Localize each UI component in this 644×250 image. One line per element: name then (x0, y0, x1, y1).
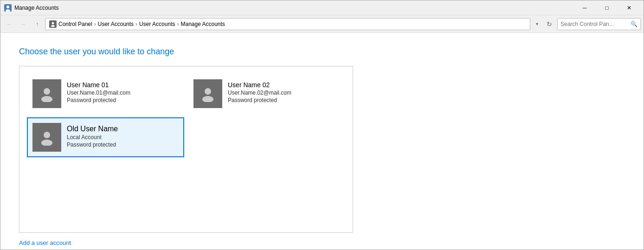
account-name-olduser: Old User Name (67, 125, 118, 133)
account-info-olduser: Old User Name Local Account Password pro… (67, 123, 118, 148)
svg-point-5 (44, 88, 50, 95)
account-name-user01: User Name 01 (67, 81, 130, 89)
account-email-olduser: Local Account (67, 134, 118, 141)
account-status-user02: Password protected (228, 97, 291, 103)
account-card-user01[interactable]: User Name 01 User.Name.01@mail.com Passw… (27, 74, 184, 114)
search-icon: 🔍 (631, 21, 638, 27)
path-segment-2: User Accounts (98, 21, 134, 27)
search-input[interactable] (560, 21, 631, 27)
account-email-user02: User.Name.02@mail.com (228, 90, 291, 96)
account-status-user01: Password protected (67, 97, 130, 103)
svg-point-7 (205, 88, 211, 95)
path-sep-1: › (94, 21, 96, 27)
address-path[interactable]: Control Panel › User Accounts › User Acc… (45, 18, 530, 30)
content-area: Choose the user you would like to change… (0, 33, 644, 250)
search-box: 🔍 (557, 18, 641, 30)
page-title: Choose the user you would like to change (19, 47, 625, 57)
account-avatar-user01 (32, 79, 61, 108)
svg-point-4 (51, 25, 55, 27)
window-icon (4, 4, 12, 12)
accounts-container: User Name 01 User.Name.01@mail.com Passw… (19, 66, 353, 233)
account-info-user02: User Name 02 User.Name.02@mail.com Passw… (228, 79, 291, 103)
forward-button[interactable]: → (17, 18, 29, 30)
account-status-olduser: Password protected (67, 141, 118, 148)
window-controls: ─ □ ✕ (574, 0, 640, 15)
add-account-link[interactable]: Add a user account (19, 239, 71, 246)
svg-point-1 (6, 6, 9, 8)
svg-point-6 (41, 96, 52, 102)
address-dropdown-button[interactable]: ▾ (532, 18, 541, 30)
path-segment-4: Manage Accounts (180, 21, 225, 27)
svg-point-9 (44, 132, 50, 138)
close-button[interactable]: ✕ (618, 0, 640, 15)
account-card-user02[interactable]: User Name 02 User.Name.02@mail.com Passw… (188, 74, 345, 114)
back-button[interactable]: ← (3, 18, 15, 30)
path-icon (49, 20, 57, 28)
account-email-user01: User.Name.01@mail.com (67, 90, 130, 96)
svg-point-10 (41, 140, 52, 146)
account-avatar-olduser (32, 123, 61, 152)
up-button[interactable]: ↑ (31, 18, 43, 30)
path-segment-3: User Accounts (139, 21, 175, 27)
svg-point-3 (52, 22, 54, 24)
address-bar: ← → ↑ Control Panel › User Accounts › Us… (0, 15, 644, 33)
path-segment-1: Control Panel (58, 21, 92, 27)
account-name-user02: User Name 02 (228, 81, 291, 89)
path-sep-3: › (177, 21, 179, 27)
minimize-button[interactable]: ─ (574, 0, 595, 15)
svg-point-8 (202, 96, 213, 102)
account-card-olduser[interactable]: Old User Name Local Account Password pro… (27, 117, 184, 157)
refresh-button[interactable]: ↻ (543, 18, 555, 30)
main-window: Manage Accounts ─ □ ✕ ← → ↑ Control Pane… (0, 0, 644, 250)
account-info-user01: User Name 01 User.Name.01@mail.com Passw… (67, 79, 130, 103)
account-avatar-user02 (193, 79, 222, 108)
title-bar: Manage Accounts ─ □ ✕ (0, 0, 644, 15)
window-title: Manage Accounts (14, 5, 574, 11)
maximize-button[interactable]: □ (596, 0, 618, 15)
path-sep-2: › (135, 21, 137, 27)
